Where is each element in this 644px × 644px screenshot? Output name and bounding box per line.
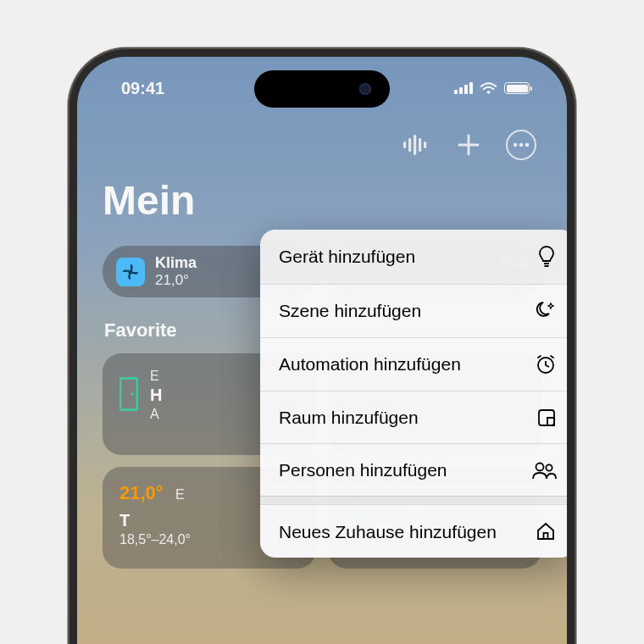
people-icon [531, 461, 557, 480]
menu-add-home[interactable]: Neues Zuhause hinzufügen [260, 504, 567, 558]
menu-label: Gerät hinzufügen [279, 246, 525, 267]
moon-stars-icon [535, 300, 557, 322]
menu-add-people[interactable]: Personen hinzufügen [260, 443, 567, 496]
menu-add-accessory[interactable]: Gerät hinzufügen [260, 230, 567, 284]
menu-add-scene[interactable]: Szene hinzufügen [260, 284, 567, 337]
bulb-icon [536, 245, 557, 269]
phone-frame: 09:41 [68, 47, 576, 644]
menu-label: Automation hinzufügen [279, 353, 523, 375]
home-icon [535, 520, 557, 542]
add-menu: Gerät hinzufügen Szene hinzufügen Automa… [260, 230, 567, 558]
room-icon [536, 408, 557, 428]
menu-label: Neues Zuhause hinzufügen [279, 521, 523, 542]
svg-rect-20 [544, 533, 548, 539]
menu-label: Szene hinzufügen [279, 300, 523, 321]
menu-add-automation[interactable]: Automation hinzufügen [260, 337, 567, 391]
svg-point-19 [546, 464, 552, 470]
clock-icon [535, 353, 557, 375]
menu-label: Raum hinzufügen [279, 407, 525, 428]
menu-label: Personen hinzufügen [279, 459, 519, 480]
menu-add-room[interactable]: Raum hinzufügen [260, 391, 567, 443]
svg-point-18 [536, 463, 544, 470]
menu-separator [260, 496, 567, 504]
phone-screen: 09:41 [77, 57, 567, 644]
